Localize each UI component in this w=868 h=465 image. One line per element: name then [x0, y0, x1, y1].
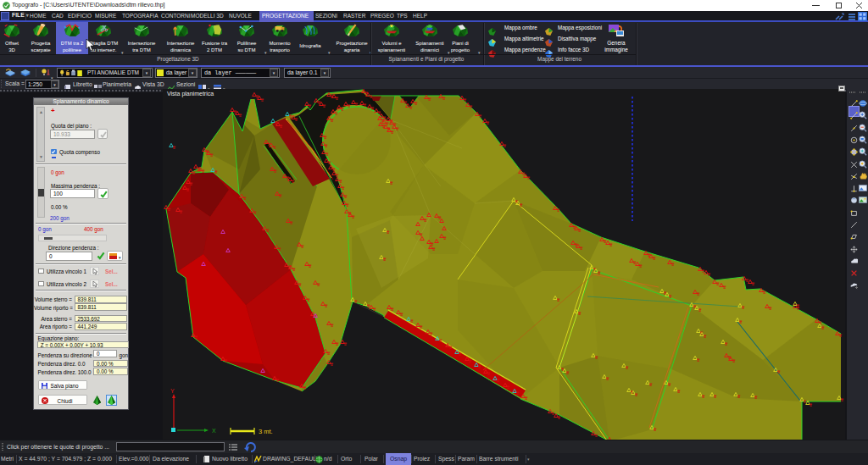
- svg-text:Vista planimetrica: Vista planimetrica: [167, 91, 214, 97]
- svg-text:X: X: [212, 428, 216, 434]
- svg-text:3 mt.: 3 mt.: [259, 428, 273, 435]
- svg-text:Y: Y: [170, 388, 175, 394]
